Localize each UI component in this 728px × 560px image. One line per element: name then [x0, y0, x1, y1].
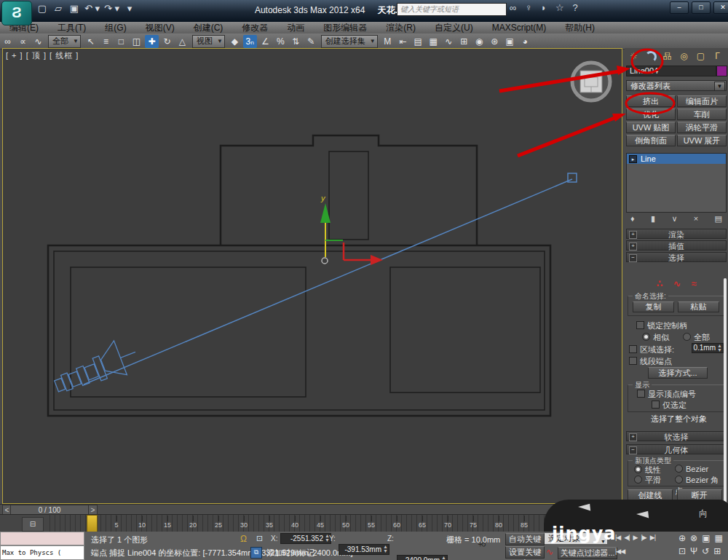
modifier-stack[interactable]: ▸ Line — [626, 153, 727, 213]
rollout-interpolation[interactable]: +插值 — [626, 240, 727, 251]
zoom-all-icon[interactable]: ⊗ — [690, 533, 697, 543]
area-selection-checkbox[interactable]: 区域选择: — [629, 344, 674, 355]
modifier-button-涡轮平滑[interactable]: 涡轮平滑 — [677, 122, 727, 133]
rollout-soft-selection[interactable]: +软选择 — [626, 431, 727, 441]
menu-item-maxscriptm[interactable]: MAXScript(M) — [483, 23, 556, 33]
checkbox-icon[interactable] — [636, 321, 644, 329]
schematic-view-icon[interactable]: ⊞ — [457, 35, 471, 48]
y-coordinate-field[interactable]: -391.53mm▲▼ — [339, 544, 389, 555]
infocenter-search-input[interactable]: 键入关键字或短语 — [397, 3, 507, 16]
bind-to-space-warp-icon[interactable]: ∿ — [31, 35, 45, 48]
spline-subobject-icon[interactable]: ≈ — [691, 278, 696, 289]
previous-frame-icon[interactable]: ◀| — [624, 534, 629, 541]
viewport-view-name[interactable]: [ 顶 ] — [26, 51, 47, 60]
next-frame-icon[interactable]: |▶ — [641, 534, 646, 541]
smooth-radio[interactable]: 平滑 — [634, 475, 661, 486]
z-coordinate-field[interactable]: 2400.0mm▲▼ — [397, 555, 448, 560]
close-button[interactable]: ✕ — [713, 1, 728, 14]
infocenter-help-icon[interactable]: ? — [573, 2, 578, 13]
bezier-radio[interactable]: Bezier — [675, 465, 708, 473]
remove-modifier-icon[interactable]: × — [694, 214, 698, 224]
similar-radio[interactable]: 相似 — [642, 332, 669, 343]
chevron-down-icon[interactable]: ▼ — [370, 38, 376, 44]
checkbox-icon[interactable] — [629, 357, 637, 365]
radio-icon[interactable] — [675, 476, 683, 484]
select-and-manipulate-icon[interactable]: ◆ — [228, 35, 242, 48]
selection-lock-icon[interactable]: Ω — [240, 534, 247, 544]
pin-stack-icon[interactable]: ♦ — [630, 214, 635, 224]
zoom-extents-all-icon[interactable]: ▦ — [714, 533, 722, 543]
app-logo[interactable]: Ϩ — [1, 1, 32, 25]
menu-item-c[interactable]: 创建(C) — [184, 22, 233, 34]
spinner-arrows-icon[interactable]: ▲▼ — [441, 556, 446, 560]
redo-icon[interactable]: ↷ ▾ — [104, 3, 119, 14]
all-radio[interactable]: 全部 — [683, 332, 710, 343]
menu-item-h[interactable]: 帮助(H) — [555, 22, 604, 34]
chevron-down-icon[interactable]: ▼ — [714, 82, 725, 91]
radio-icon[interactable] — [634, 465, 642, 473]
menu-item-t[interactable]: 工具(T) — [48, 22, 95, 34]
tab-create[interactable]: ☀ — [627, 50, 641, 63]
menu-item-[interactable]: 图形编辑器 — [314, 22, 376, 34]
maxscript-listener-top[interactable] — [0, 532, 84, 545]
vertex-subobject-icon[interactable]: ∴ — [656, 278, 662, 289]
expand-icon[interactable]: ▸ — [629, 155, 637, 163]
checkbox-icon[interactable] — [637, 390, 645, 398]
named-selection-sets-dropdown[interactable]: 创建选择集▼ — [321, 35, 378, 48]
modifier-button-UVW贴图[interactable]: UVW 贴图 — [626, 122, 676, 133]
linear-radio[interactable]: 线性 — [634, 465, 661, 476]
license-key-icon[interactable]: ♀ — [525, 2, 532, 13]
maximize-viewport-icon[interactable]: ⊞ — [713, 546, 721, 556]
align-icon[interactable]: ⇤ — [396, 35, 410, 48]
chevron-down-icon[interactable]: ▼ — [73, 38, 79, 44]
curve-editor-icon[interactable]: ∿ — [442, 35, 456, 48]
unlink-selection-icon[interactable]: ∝ — [16, 35, 30, 48]
material-editor-icon[interactable]: ◉ — [472, 35, 486, 48]
communication-center-icon[interactable]: ◗ — [541, 2, 547, 13]
show-vertex-numbers-checkbox[interactable]: 显示顶点编号 — [637, 389, 696, 400]
modifier-button-挤出[interactable]: 挤出 — [626, 95, 676, 107]
make-unique-icon[interactable]: ∨ — [671, 214, 677, 224]
rollout-selection[interactable]: −选择 — [626, 252, 727, 262]
panel-scrollbar[interactable] — [724, 278, 727, 518]
angle-snap-icon[interactable]: ∠ — [258, 35, 272, 48]
spinner-arrows-icon[interactable]: ▲▼ — [383, 545, 388, 553]
set-key-button[interactable]: 设置关键点 — [505, 546, 545, 559]
goto-end-icon[interactable]: ▶| — [650, 534, 655, 541]
add-time-tag-icon[interactable]: ⧉ — [250, 547, 262, 559]
search-community-icon[interactable]: ∞ — [510, 2, 516, 13]
tab-motion[interactable]: ◎ — [677, 50, 691, 63]
radio-icon[interactable] — [683, 333, 691, 341]
maxscript-listener-input[interactable]: Max to Physcs ( — [0, 545, 84, 560]
select-object-icon[interactable]: ↖ — [84, 35, 98, 48]
viewport-label[interactable]: [ + ] [ 顶 ] [ 线框 ] — [6, 50, 79, 61]
modifier-list-dropdown[interactable]: 修改器列表 ▼ — [626, 80, 727, 91]
select-by-name-icon[interactable]: ≡ — [99, 35, 113, 48]
open-mini-curve-editor-icon[interactable]: ⊟ — [22, 517, 44, 532]
open-file-icon[interactable]: ▱ — [52, 3, 64, 14]
lock-handles-checkbox[interactable]: 锁定控制柄 — [636, 320, 687, 331]
undo-icon[interactable]: ↶ ▾ — [84, 3, 100, 14]
menu-item-g[interactable]: 组(G) — [95, 22, 135, 34]
object-name-field[interactable]: Line004 — [626, 66, 716, 76]
checkbox-icon[interactable] — [652, 401, 660, 409]
checkbox-icon[interactable] — [629, 345, 637, 353]
configure-modifier-sets-icon[interactable]: ▤ — [715, 214, 722, 224]
key-filters-button[interactable]: 关键点过滤器... — [558, 547, 617, 559]
minimize-button[interactable]: – — [670, 1, 689, 14]
copy-button[interactable]: 复制 — [633, 301, 674, 312]
object-color-swatch[interactable] — [716, 66, 727, 76]
menu-item-[interactable]: 动画 — [277, 22, 314, 34]
favorites-star-icon[interactable]: ☆ — [555, 2, 564, 13]
window-crossing-icon[interactable]: ◫ — [130, 35, 143, 48]
qat-menu-icon[interactable]: ▾ — [124, 3, 135, 14]
paste-button[interactable]: 粘贴 — [678, 301, 719, 312]
layer-manager-icon[interactable]: ▤ — [411, 35, 425, 48]
modifier-button-车削[interactable]: 车削 — [677, 109, 727, 120]
graphite-ribbon-icon[interactable]: ▦ — [427, 35, 440, 48]
add-time-tag[interactable]: 添加时间标记 — [266, 548, 314, 559]
tab-hierarchy[interactable]: 品 — [660, 50, 674, 63]
radio-icon[interactable] — [675, 465, 683, 473]
modifier-button-编辑面片[interactable]: 编辑面片 — [677, 95, 727, 107]
new-key-curve-icon[interactable]: ∿ — [546, 547, 553, 557]
